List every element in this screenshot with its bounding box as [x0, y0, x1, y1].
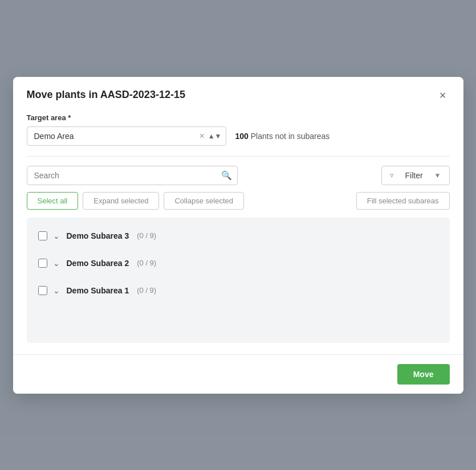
modal-header: Move plants in AASD-2023-12-15 × [13, 77, 463, 111]
search-filter-row: 🔍 ▿ Filter ▼ [27, 166, 450, 185]
subarea-list: ⌄ Demo Subarea 3 (0 / 9) ⌄ Demo Subarea … [27, 218, 450, 343]
plants-info: 100 Plants not in subareas [235, 132, 330, 141]
modal-body: Target area * Demo Area × ▲▼ 100 Plants … [13, 113, 463, 354]
filter-label: Filter [405, 171, 422, 180]
subarea-checkbox-2[interactable] [38, 286, 47, 295]
subarea-chevron-icon-0[interactable]: ⌄ [53, 231, 60, 240]
divider [27, 156, 450, 157]
move-plants-modal: Move plants in AASD-2023-12-15 × Target … [13, 77, 463, 394]
filter-dropdown-icon: ▼ [434, 171, 441, 179]
subarea-item: ⌄ Demo Subarea 2 (0 / 9) [27, 250, 450, 277]
move-button[interactable]: Move [397, 364, 450, 385]
target-area-select[interactable]: Demo Area [27, 126, 226, 146]
subarea-item: ⌄ Demo Subarea 3 (0 / 9) [27, 222, 450, 250]
plants-count: 100 [235, 132, 249, 141]
actions-row: Select all Expand selected Collapse sele… [27, 192, 450, 210]
subarea-checkbox-0[interactable] [38, 231, 47, 240]
expand-selected-button[interactable]: Expand selected [83, 192, 159, 210]
subarea-chevron-icon-2[interactable]: ⌄ [53, 286, 60, 295]
modal-footer: Move [13, 354, 463, 394]
plants-info-text: Plants not in subareas [251, 132, 330, 141]
filter-icon: ▿ [390, 171, 394, 179]
close-button[interactable]: × [436, 88, 450, 102]
select-all-button[interactable]: Select all [27, 192, 79, 210]
subarea-name-2: Demo Subarea 1 [67, 286, 129, 295]
subarea-count-2: (0 / 9) [137, 286, 156, 295]
dropdown-arrow-icon: ▲▼ [208, 132, 222, 140]
area-select-wrapper: Demo Area × ▲▼ [27, 126, 226, 146]
target-area-label: Target area * [27, 113, 450, 122]
collapse-selected-button[interactable]: Collapse selected [164, 192, 244, 210]
subarea-name-1: Demo Subarea 2 [67, 259, 129, 268]
subarea-count-1: (0 / 9) [137, 259, 156, 267]
subarea-count-0: (0 / 9) [137, 231, 156, 240]
search-input[interactable] [27, 166, 238, 185]
subarea-checkbox-1[interactable] [38, 259, 47, 268]
subarea-name-0: Demo Subarea 3 [67, 231, 129, 240]
area-select-controls: × ▲▼ [198, 132, 221, 141]
filter-button[interactable]: ▿ Filter ▼ [381, 166, 450, 185]
search-wrapper: 🔍 [27, 166, 238, 185]
subarea-chevron-icon-1[interactable]: ⌄ [53, 259, 60, 268]
modal-title: Move plants in AASD-2023-12-15 [27, 89, 185, 101]
fill-selected-button[interactable]: Fill selected subareas [356, 192, 450, 210]
clear-area-button[interactable]: × [198, 132, 205, 141]
target-area-row: Demo Area × ▲▼ 100 Plants not in subarea… [27, 126, 450, 146]
subarea-item: ⌄ Demo Subarea 1 (0 / 9) [27, 277, 450, 304]
